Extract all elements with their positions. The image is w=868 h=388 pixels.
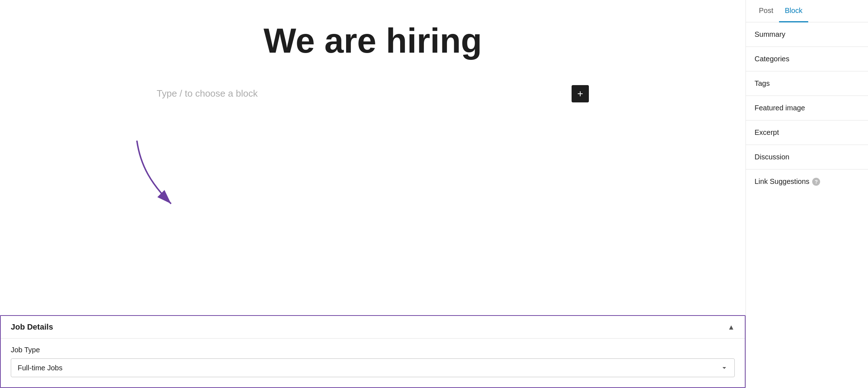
job-details-body: Job Type Full-time Jobs Part-time Jobs F… bbox=[1, 339, 745, 387]
tab-block[interactable]: Block bbox=[779, 0, 808, 22]
sidebar-tabs: Post Block bbox=[746, 0, 868, 22]
panel-categories[interactable]: Categories bbox=[746, 47, 868, 71]
job-details-title: Job Details bbox=[11, 322, 53, 332]
job-type-label: Job Type bbox=[11, 346, 735, 354]
add-block-button[interactable]: + bbox=[572, 85, 589, 102]
panel-excerpt[interactable]: Excerpt bbox=[746, 120, 868, 145]
panel-link-suggestions[interactable]: Link Suggestions ? bbox=[746, 169, 868, 194]
panel-summary[interactable]: Summary bbox=[746, 22, 868, 47]
job-details-block: Job Details ▲ Job Type Full-time Jobs Pa… bbox=[0, 315, 746, 388]
panel-featured-image[interactable]: Featured image bbox=[746, 96, 868, 120]
block-placeholder-text[interactable]: Type / to choose a block bbox=[157, 88, 258, 99]
editor-area: We are hiring Type / to choose a block +… bbox=[0, 0, 746, 388]
link-suggestions-label: Link Suggestions bbox=[755, 177, 809, 186]
annotation-arrow bbox=[115, 137, 194, 216]
collapse-icon[interactable]: ▲ bbox=[728, 323, 735, 331]
job-details-header[interactable]: Job Details ▲ bbox=[1, 316, 745, 339]
link-suggestions-help-icon[interactable]: ? bbox=[812, 178, 820, 186]
tab-post[interactable]: Post bbox=[753, 0, 779, 22]
job-type-select[interactable]: Full-time Jobs Part-time Jobs Freelance … bbox=[11, 358, 735, 377]
post-title[interactable]: We are hiring bbox=[157, 22, 589, 60]
sidebar-panels: Summary Categories Tags Featured image E… bbox=[746, 22, 868, 388]
panel-tags[interactable]: Tags bbox=[746, 71, 868, 96]
block-placeholder-row: Type / to choose a block + bbox=[157, 81, 589, 106]
sidebar: Post Block Summary Categories Tags Featu… bbox=[746, 0, 868, 388]
panel-discussion[interactable]: Discussion bbox=[746, 145, 868, 169]
